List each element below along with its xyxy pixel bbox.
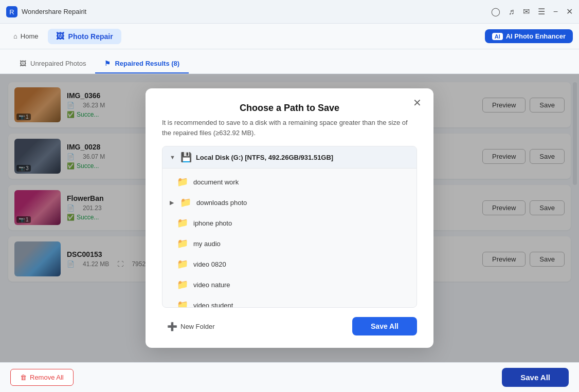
folder-name: video nature: [193, 281, 230, 289]
folder-name: iphone photo: [193, 219, 232, 227]
save-all-label: Save All: [371, 322, 399, 330]
folder-name: video 0820: [193, 260, 226, 268]
svg-text:R: R: [9, 8, 14, 16]
remove-all-label: Remove All: [30, 374, 64, 381]
nav-bar: ⌂ Home 🖼 Photo Repair AI AI Photo Enhanc…: [0, 24, 579, 49]
disk-root[interactable]: ▼ 💾 Local Disk (G:) [NTFS, 492.26GB/931.…: [162, 146, 417, 169]
dialog-close-button[interactable]: ✕: [410, 96, 424, 110]
folder-name: downloads photo: [196, 199, 247, 207]
minimize-icon[interactable]: −: [553, 7, 558, 16]
list-item[interactable]: 📁 video student: [162, 295, 417, 307]
photo-repair-tab[interactable]: 🖼 Photo Repair: [48, 29, 121, 44]
ai-label: AI Photo Enhancer: [506, 32, 566, 40]
tab-repaired[interactable]: ⚑ Repaired Results (8): [95, 54, 189, 73]
save-path-dialog: ✕ Choose a Path to Save It is recommende…: [146, 88, 433, 348]
tab-repaired-label: Repaired Results (8): [115, 60, 179, 67]
dialog-title: Choose a Path to Save: [162, 103, 417, 114]
home-icon: ⌂: [13, 32, 17, 40]
save-all-button[interactable]: Save All: [502, 368, 569, 387]
repaired-icon: ⚑: [104, 60, 111, 67]
save-all-bottom-label: Save All: [520, 373, 550, 382]
title-bar: R Wondershare Repairit ◯ ♬ ✉ ☰ − ✕: [0, 0, 579, 24]
ai-enhancer-button[interactable]: AI AI Photo Enhancer: [485, 29, 573, 43]
folder-icon: 📁: [177, 300, 188, 307]
home-label: Home: [21, 32, 39, 40]
folder-icon: 📁: [177, 176, 188, 188]
tab-unrepaired-label: Unrepaired Photos: [30, 60, 86, 67]
app-logo: R: [6, 6, 17, 17]
new-folder-icon: ➕: [167, 322, 177, 331]
folder-icon: 📁: [177, 238, 188, 249]
remove-all-button[interactable]: 🗑 Remove All: [10, 369, 74, 386]
list-item[interactable]: 📁 my audio: [162, 233, 417, 254]
trash-icon: 🗑: [20, 374, 27, 381]
chat-icon[interactable]: ✉: [523, 7, 530, 16]
chevron-right-icon: ▶: [170, 199, 174, 206]
dialog-footer: ➕ New Folder Save All: [162, 317, 417, 335]
folder-list: 📁 document work ▶ 📁 downloads photo 📁 ip…: [162, 169, 417, 307]
unrepaired-icon: 🖼: [20, 60, 26, 67]
main-area: 📷1 IMG_0366 📄 36.23 M ✅ Succe... Preview…: [0, 74, 579, 362]
tab-unrepaired[interactable]: 🖼 Unrepaired Photos: [10, 54, 95, 73]
chevron-down-icon: ▼: [170, 154, 175, 160]
headphone-icon[interactable]: ♬: [509, 7, 515, 16]
folder-icon: 📁: [177, 279, 188, 290]
disk-label: Local Disk (G:) [NTFS, 492.26GB/931.51GB…: [196, 154, 333, 161]
list-item[interactable]: ▶ 📁 downloads photo: [162, 192, 417, 213]
photo-repair-label: Photo Repair: [68, 32, 113, 41]
dialog-overlay: ✕ Choose a Path to Save It is recommende…: [0, 74, 579, 362]
list-item[interactable]: 📁 video nature: [162, 274, 417, 295]
photo-repair-icon: 🖼: [56, 32, 64, 41]
folder-name: my audio: [193, 240, 221, 248]
user-icon[interactable]: ◯: [491, 7, 500, 16]
disk-icon: 💾: [180, 152, 192, 163]
home-button[interactable]: ⌂ Home: [6, 29, 46, 43]
list-item[interactable]: 📁 document work: [162, 172, 417, 192]
tabs-bar: 🖼 Unrepaired Photos ⚑ Repaired Results (…: [0, 49, 579, 74]
folder-name: document work: [193, 178, 239, 186]
title-bar-actions: ◯ ♬ ✉ ☰ − ✕: [491, 7, 573, 16]
close-icon[interactable]: ✕: [566, 7, 573, 16]
list-item[interactable]: 📁 iphone photo: [162, 213, 417, 233]
save-all-dialog-button[interactable]: Save All: [352, 317, 417, 335]
ai-icon: AI: [492, 33, 503, 40]
new-folder-label: New Folder: [180, 323, 214, 330]
app-name: Wondershare Repairit: [22, 8, 491, 15]
dialog-description: It is recommended to save to a disk with…: [162, 118, 417, 138]
menu-icon[interactable]: ☰: [538, 7, 545, 16]
folder-icon: 📁: [177, 258, 188, 270]
folder-tree: ▼ 💾 Local Disk (G:) [NTFS, 492.26GB/931.…: [162, 146, 417, 308]
folder-icon: 📁: [180, 197, 191, 208]
bottom-bar: 🗑 Remove All Save All: [0, 362, 579, 392]
new-folder-button[interactable]: ➕ New Folder: [162, 319, 220, 334]
list-item[interactable]: 📁 video 0820: [162, 254, 417, 274]
folder-icon: 📁: [177, 217, 188, 229]
folder-name: video student: [193, 302, 233, 308]
